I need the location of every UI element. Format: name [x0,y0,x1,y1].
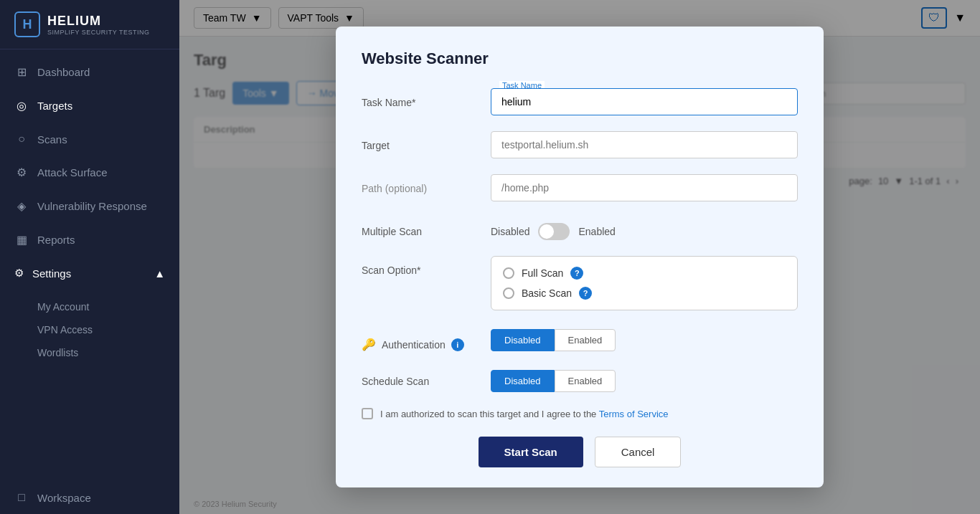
full-scan-label: Full Scan [522,267,563,279]
scan-option-wrap: Full Scan ? Basic Scan ? [491,256,798,310]
sidebar-item-targets[interactable]: ◎ Targets [0,89,179,123]
logo-icon: H [14,11,40,37]
toggle-wrap: Disabled Enabled [491,217,798,240]
path-input[interactable] [491,174,798,201]
sidebar-item-workspace[interactable]: □ Workspace [0,481,179,514]
logo-main: HELIUM [47,14,150,29]
website-scanner-modal: Website Scanner Task Name* Task Name Tar… [336,27,824,487]
task-name-input[interactable] [491,88,798,115]
tos-link[interactable]: Terms of Service [599,409,669,419]
reports-icon: ▦ [14,233,29,247]
main-content: Team TW ▼ VAPT Tools ▼ 🛡 ▼ Targ 1 Targ T… [179,0,980,514]
nav-section: ⊞ Dashboard ◎ Targets ○ Scans ⚙ Attack S… [0,55,179,257]
attack-surface-icon: ⚙ [14,166,29,179]
settings-nav-item[interactable]: ⚙ Settings ▲ [0,257,179,290]
full-scan-help-icon[interactable]: ? [570,267,583,280]
sidebar-item-vpn-access[interactable]: VPN Access [37,318,179,341]
chevron-up-icon: ▲ [154,267,165,280]
sidebar: H HELIUM SIMPLIFY SECURITY TESTING ⊞ Das… [0,0,179,514]
full-scan-radio[interactable] [503,267,514,279]
sidebar-item-label: Attack Surface [37,166,108,179]
path-wrap [491,174,798,201]
start-scan-button[interactable]: Start Scan [479,437,583,467]
modal-title: Website Scanner [362,49,798,68]
target-wrap [491,131,798,158]
vulnerability-icon: ◈ [14,199,29,213]
sidebar-item-my-account[interactable]: My Account [37,295,179,318]
basic-scan-radio[interactable] [503,287,514,299]
multiple-scan-wrap: Disabled Enabled [491,217,798,240]
sidebar-item-label: Workspace [37,492,91,504]
sidebar-item-label: Reports [37,234,75,246]
authentication-label: Authentication [382,339,446,351]
authentication-row: 🔑 Authentication i Disabled Enabled [362,326,798,351]
toggle-knob [540,224,554,239]
sidebar-item-label: Vulnerability Response [37,200,147,212]
auth-info-icon[interactable]: i [451,338,464,351]
auth-toggle-wrap: Disabled Enabled [491,326,798,351]
authentication-label-wrap: 🔑 Authentication i [362,326,476,351]
settings-submenu: My Account VPN Access Wordlists [0,290,179,370]
scans-icon: ○ [14,133,29,146]
schedule-toggle-group: Disabled Enabled [491,367,798,392]
sidebar-item-dashboard[interactable]: ⊞ Dashboard [0,55,179,89]
target-row: Target [362,131,798,158]
logo-text: HELIUM SIMPLIFY SECURITY TESTING [47,14,150,36]
multiple-scan-label: Multiple Scan [362,217,476,237]
sidebar-item-wordlists[interactable]: Wordlists [37,341,179,364]
logo-area: H HELIUM SIMPLIFY SECURITY TESTING [0,0,179,49]
sidebar-item-reports[interactable]: ▦ Reports [0,223,179,257]
modal-overlay: Website Scanner Task Name* Task Name Tar… [179,0,980,514]
path-row: Path (optional) [362,174,798,201]
workspace-icon: □ [14,491,29,504]
tos-text: I am authorized to scan this target and … [380,409,669,419]
modal-footer: Start Scan Cancel [362,437,798,467]
scan-options-box: Full Scan ? Basic Scan ? [491,256,798,310]
sched-enabled-button[interactable]: Enabled [555,370,616,392]
cancel-button[interactable]: Cancel [595,437,682,467]
enabled-label: Enabled [578,226,615,237]
task-name-label: Task Name* [362,88,476,108]
sched-disabled-button[interactable]: Disabled [491,370,555,392]
sidebar-item-label: Dashboard [37,66,90,78]
auth-toggle-group: Disabled Enabled [491,326,798,351]
scan-option-label: Scan Option* [362,256,476,276]
sidebar-item-label: Scans [37,133,67,146]
dashboard-icon: ⊞ [14,65,29,79]
settings-icon: ⚙ [14,267,24,280]
sidebar-item-vulnerability-response[interactable]: ◈ Vulnerability Response [0,189,179,223]
targets-icon: ◎ [14,99,29,113]
logo-sub: SIMPLIFY SECURITY TESTING [47,29,150,36]
sidebar-item-label: Targets [37,100,72,112]
auth-enabled-button[interactable]: Enabled [555,329,616,351]
basic-scan-option[interactable]: Basic Scan ? [503,287,786,300]
schedule-scan-label: Schedule Scan [362,367,476,387]
key-icon: 🔑 [362,338,376,351]
tos-row: I am authorized to scan this target and … [362,408,798,419]
tos-checkbox[interactable] [362,408,373,419]
schedule-toggle-wrap: Disabled Enabled [491,367,798,392]
target-label: Target [362,131,476,151]
full-scan-option[interactable]: Full Scan ? [503,267,786,280]
sidebar-item-attack-surface[interactable]: ⚙ Attack Surface [0,156,179,189]
task-name-row: Task Name* Task Name [362,88,798,115]
multiple-scan-row: Multiple Scan Disabled Enabled [362,217,798,240]
auth-disabled-button[interactable]: Disabled [491,329,555,351]
task-name-wrap: Task Name [491,88,798,115]
path-label: Path (optional) [362,174,476,194]
basic-scan-help-icon[interactable]: ? [579,287,592,300]
target-input[interactable] [491,131,798,158]
multiple-scan-toggle[interactable] [538,223,570,240]
settings-label: Settings [32,267,71,280]
schedule-scan-row: Schedule Scan Disabled Enabled [362,367,798,392]
sidebar-item-scans[interactable]: ○ Scans [0,123,179,156]
disabled-label: Disabled [491,226,529,237]
task-name-input-container: Task Name [491,88,798,115]
basic-scan-label: Basic Scan [522,287,572,299]
scan-option-row: Scan Option* Full Scan ? Basic Scan ? [362,256,798,310]
